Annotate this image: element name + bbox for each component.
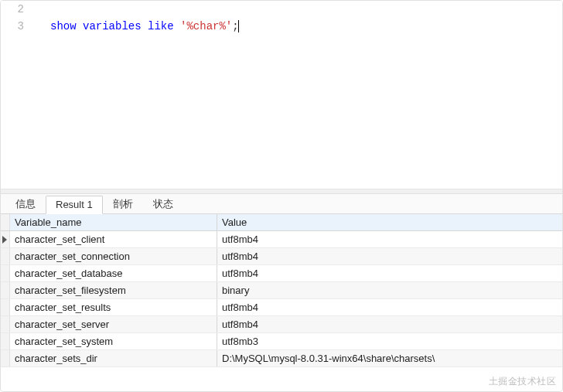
row-handle[interactable] [1, 350, 10, 366]
row-handle[interactable] [1, 231, 10, 247]
cell-value[interactable]: binary [217, 282, 562, 298]
table-row[interactable]: character_sets_dirD:\MySQL\mysql-8.0.31-… [1, 350, 562, 367]
row-handle[interactable] [1, 265, 10, 281]
row-handle[interactable] [1, 316, 10, 332]
code-text[interactable]: show variables like '%char%'; [32, 18, 239, 35]
row-handle[interactable] [1, 282, 10, 298]
cell-value[interactable]: utf8mb4 [217, 248, 562, 264]
cell-value[interactable]: D:\MySQL\mysql-8.0.31-winx64\share\chars… [217, 350, 562, 366]
grid-header-variable-name[interactable]: Variable_name [10, 214, 217, 230]
table-row[interactable]: character_set_clientutf8mb4 [1, 231, 562, 248]
code-line[interactable]: 3show variables like '%char%'; [1, 18, 562, 35]
code-text[interactable] [32, 1, 50, 18]
cell-value[interactable]: utf8mb4 [217, 265, 562, 281]
cell-value[interactable]: utf8mb4 [217, 316, 562, 332]
tab-信息[interactable]: 信息 [5, 194, 46, 214]
grid-header-row: Variable_name Value [1, 214, 562, 231]
splitter[interactable] [1, 189, 562, 194]
row-handle[interactable] [1, 248, 10, 264]
table-row[interactable]: character_set_resultsutf8mb4 [1, 299, 562, 316]
table-row[interactable]: character_set_filesystembinary [1, 282, 562, 299]
grid-corner [1, 214, 10, 230]
line-number: 3 [1, 18, 32, 35]
table-row[interactable]: character_set_serverutf8mb4 [1, 316, 562, 333]
result-grid[interactable]: Variable_name Value character_set_client… [1, 214, 562, 367]
table-row[interactable]: character_set_connectionutf8mb4 [1, 248, 562, 265]
tab-状态[interactable]: 状态 [143, 194, 183, 214]
sql-editor[interactable]: 23show variables like '%char%'; [1, 1, 562, 189]
grid-header-value[interactable]: Value [217, 214, 562, 230]
line-number: 2 [1, 1, 32, 18]
tab-result-1[interactable]: Result 1 [46, 196, 103, 214]
cell-value[interactable]: utf8mb4 [217, 299, 562, 315]
table-row[interactable]: character_set_databaseutf8mb4 [1, 265, 562, 282]
cell-variable-name[interactable]: character_set_system [10, 333, 217, 349]
text-cursor [238, 20, 239, 32]
cell-variable-name[interactable]: character_set_database [10, 265, 217, 281]
tab-剖析[interactable]: 剖析 [103, 194, 143, 214]
row-handle[interactable] [1, 333, 10, 349]
table-row[interactable]: character_set_systemutf8mb3 [1, 333, 562, 350]
cell-variable-name[interactable]: character_set_connection [10, 248, 217, 264]
code-line[interactable]: 2 [1, 1, 562, 18]
cell-variable-name[interactable]: character_set_server [10, 316, 217, 332]
cell-variable-name[interactable]: character_set_client [10, 231, 217, 247]
cell-value[interactable]: utf8mb3 [217, 333, 562, 349]
cell-variable-name[interactable]: character_set_results [10, 299, 217, 315]
watermark: 土掘金技术社区 [489, 375, 557, 388]
cell-variable-name[interactable]: character_set_filesystem [10, 282, 217, 298]
row-handle[interactable] [1, 299, 10, 315]
result-tabs: 信息Result 1剖析状态 [1, 194, 562, 214]
cell-value[interactable]: utf8mb4 [217, 231, 562, 247]
cell-variable-name[interactable]: character_sets_dir [10, 350, 217, 366]
